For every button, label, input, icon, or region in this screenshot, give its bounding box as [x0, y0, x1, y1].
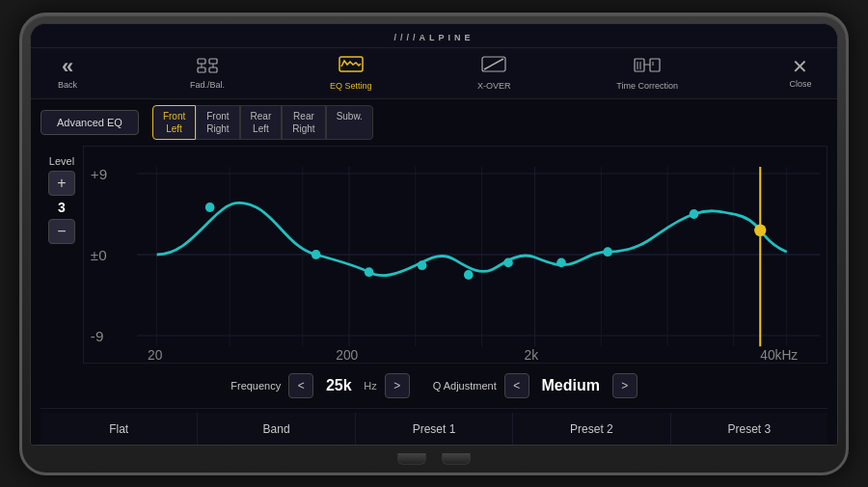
logo-bar: ////ALPINE	[31, 24, 837, 48]
close-icon: ✕	[792, 57, 808, 76]
back-icon: «	[62, 56, 73, 77]
eq-icon	[339, 56, 364, 78]
channel-tab-subw[interactable]: Subw.	[326, 105, 373, 140]
level-control: Level + 3 −	[41, 146, 83, 364]
nav-label-fadbal: Fad./Bal.	[190, 80, 225, 90]
eq-area: Level + 3 −	[41, 146, 827, 364]
nav-label-back: Back	[58, 80, 77, 90]
preset-row: Flat Band Preset 1 Preset 2 Preset 3	[41, 408, 827, 446]
device-foot-left	[397, 453, 426, 465]
preset-3-button[interactable]: Preset 3	[671, 413, 827, 446]
level-label: Level	[49, 155, 74, 167]
svg-point-46	[690, 209, 699, 219]
preset-flat-button[interactable]: Flat	[41, 413, 198, 446]
channel-tab-front-left[interactable]: FrontLeft	[152, 105, 196, 140]
level-value: 3	[58, 200, 66, 215]
channel-tab-rear-left[interactable]: RearLeft	[240, 105, 283, 140]
xover-icon	[481, 56, 506, 78]
fadbal-icon	[196, 57, 219, 77]
svg-rect-1	[209, 59, 217, 64]
channel-tabs: FrontLeft FrontRight RearLeft RearRight …	[152, 105, 373, 140]
svg-text:±0: ±0	[91, 246, 107, 262]
screen: ////ALPINE « Back Fad	[30, 23, 838, 446]
svg-rect-10	[650, 59, 660, 71]
svg-rect-0	[198, 59, 205, 64]
device-bottom	[30, 446, 838, 473]
device-foot-right	[442, 453, 471, 465]
svg-text:-9: -9	[91, 327, 103, 343]
nav-item-fadbal[interactable]: Fad./Bal.	[178, 53, 236, 94]
device-frame: ////ALPINE « Back Fad	[19, 13, 849, 475]
nav-item-timecorrection[interactable]: Time Correction	[605, 52, 690, 95]
svg-point-41	[418, 260, 427, 270]
svg-rect-9	[635, 59, 644, 71]
nav-label-close: Close	[789, 79, 811, 89]
svg-point-47	[754, 224, 766, 236]
advanced-eq-button[interactable]: Advanced EQ	[41, 110, 139, 135]
q-next-button[interactable]: >	[612, 373, 637, 398]
preset-band-button[interactable]: Band	[198, 413, 355, 446]
level-minus-button[interactable]: −	[48, 219, 75, 244]
frequency-prev-button[interactable]: <	[288, 373, 313, 398]
q-value: Medium	[537, 377, 605, 394]
svg-point-40	[365, 267, 374, 277]
level-plus-button[interactable]: +	[48, 171, 75, 196]
svg-point-39	[312, 250, 321, 259]
frequency-value: 25k	[321, 377, 356, 394]
nav-item-eq[interactable]: EQ Setting	[318, 52, 384, 95]
svg-point-45	[603, 247, 612, 257]
svg-text:+9: +9	[91, 165, 107, 181]
q-adjustment-label: Q Adjustment	[433, 380, 497, 392]
nav-item-xover[interactable]: X-OVER	[465, 52, 523, 95]
eq-graph[interactable]: +9 ±0 -9	[83, 146, 827, 364]
svg-line-8	[484, 59, 503, 69]
preset-1-button[interactable]: Preset 1	[356, 413, 513, 446]
svg-text:40kHz: 40kHz	[760, 347, 798, 363]
nav-label-timecorrection: Time Correction	[616, 81, 678, 91]
frequency-next-button[interactable]: >	[385, 373, 410, 398]
nav-label-xover: X-OVER	[477, 81, 511, 91]
frequency-label: Frequency	[231, 380, 281, 392]
svg-text:200: 200	[336, 347, 358, 363]
svg-point-38	[205, 203, 215, 212]
nav-label-eq: EQ Setting	[330, 81, 372, 91]
svg-text:2k: 2k	[525, 347, 539, 363]
frequency-unit: Hz	[364, 380, 376, 392]
svg-rect-2	[198, 68, 205, 72]
q-prev-button[interactable]: <	[504, 373, 529, 398]
nav-row: « Back Fad./Bal.	[31, 48, 837, 99]
svg-point-42	[464, 270, 474, 280]
nav-item-back[interactable]: « Back	[39, 52, 96, 94]
freq-row: Frequency < 25k Hz > Q Adjustment < Medi…	[41, 369, 827, 402]
channel-row: Advanced EQ FrontLeft FrontRight RearLef…	[41, 105, 827, 140]
alpine-logo: ////ALPINE	[393, 33, 474, 42]
main-content: Advanced EQ FrontLeft FrontRight RearLef…	[31, 99, 837, 446]
channel-tab-rear-right[interactable]: RearRight	[282, 105, 325, 140]
svg-rect-3	[209, 68, 217, 72]
timecorrection-icon	[634, 56, 661, 78]
svg-point-43	[503, 257, 513, 267]
svg-text:20: 20	[148, 347, 163, 363]
preset-2-button[interactable]: Preset 2	[513, 413, 670, 446]
svg-point-44	[556, 257, 566, 267]
channel-tab-front-right[interactable]: FrontRight	[196, 105, 239, 140]
nav-item-close[interactable]: ✕ Close	[772, 53, 829, 93]
